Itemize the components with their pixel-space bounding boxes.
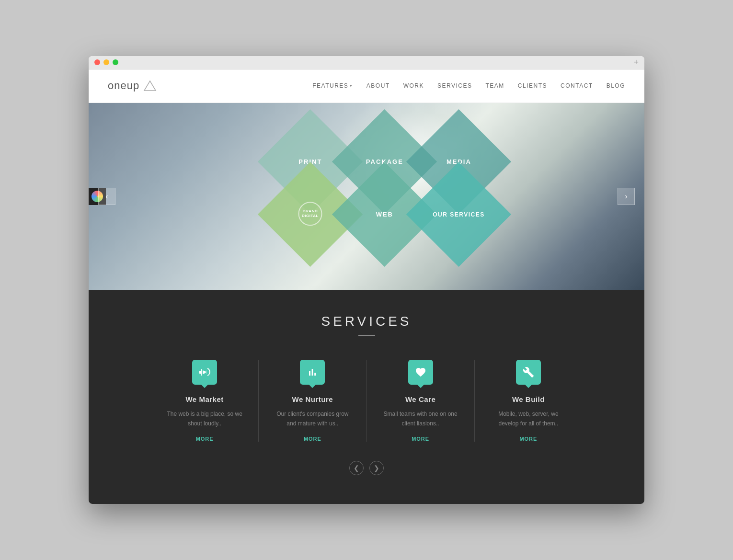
nav-item-features[interactable]: FEATURES ▾ <box>312 82 353 89</box>
service-more-market[interactable]: MORE <box>165 436 244 442</box>
service-desc-market: The web is a big place, so we shout loud… <box>165 409 244 429</box>
services-title: SERVICES <box>108 314 625 329</box>
service-item-market: We Market The web is a big place, so we … <box>151 360 259 442</box>
website-content: oneup FEATURES ▾ ABOUT WORK SERVICES TEA… <box>89 69 644 504</box>
mac-maximize-button[interactable] <box>113 59 118 65</box>
service-more-nurture[interactable]: MORE <box>273 436 352 442</box>
service-icon-megaphone <box>192 360 217 385</box>
services-carousel-nav: ❮ ❯ <box>108 461 625 475</box>
logo-text: oneup <box>108 80 139 92</box>
diamond-services-label: OUR SERVICES <box>425 211 492 217</box>
carousel-next-button[interactable]: › <box>618 188 635 205</box>
service-icon-heart <box>408 360 433 385</box>
service-name-market: We Market <box>165 395 244 403</box>
nav-item-about[interactable]: ABOUT <box>366 82 390 89</box>
megaphone-icon <box>199 366 210 378</box>
service-name-care: We Care <box>381 395 460 403</box>
diamond-grid: PRINT PACKAGE MEDIA <box>232 120 501 273</box>
brand-circle: BRANDDIGITAL <box>298 201 322 225</box>
nav-item-team[interactable]: TEAM <box>486 82 504 89</box>
site-nav: FEATURES ▾ ABOUT WORK SERVICES TEAM CLIE… <box>312 82 625 89</box>
service-item-care: We Care Small teams with one on one clie… <box>367 360 475 442</box>
services-section: SERVICES We Market The web is a big plac… <box>89 290 644 504</box>
logo[interactable]: oneup <box>108 80 157 92</box>
chart-icon <box>307 366 318 378</box>
hero-section: ‹ › PRINT PACKAGE <box>89 103 644 290</box>
features-dropdown-arrow: ▾ <box>350 83 353 88</box>
service-name-nurture: We Nurture <box>273 395 352 403</box>
service-icon-chart <box>300 360 325 385</box>
services-grid: We Market The web is a big place, so we … <box>151 360 582 442</box>
service-icon-wrench <box>516 360 541 385</box>
services-prev-button[interactable]: ❮ <box>349 461 364 475</box>
services-divider <box>358 335 375 336</box>
nav-item-work[interactable]: WORK <box>403 82 424 89</box>
service-desc-build: Mobile, web, server, we develop for all … <box>489 409 568 429</box>
nav-item-contact[interactable]: CONTACT <box>561 82 593 89</box>
nav-item-services[interactable]: SERVICES <box>437 82 472 89</box>
nav-item-blog[interactable]: BLOG <box>607 82 625 89</box>
service-item-nurture: We Nurture Our client's companies grow a… <box>259 360 366 442</box>
mac-new-tab-button[interactable]: + <box>633 58 639 67</box>
mac-minimize-button[interactable] <box>103 59 109 65</box>
mac-close-button[interactable] <box>94 59 100 65</box>
services-next-button[interactable]: ❯ <box>369 461 384 475</box>
site-header: oneup FEATURES ▾ ABOUT WORK SERVICES TEA… <box>89 69 644 103</box>
mac-titlebar: + <box>89 56 644 69</box>
service-desc-nurture: Our client's companies grow and mature w… <box>273 409 352 429</box>
logo-triangle-icon <box>143 80 157 91</box>
wrench-icon <box>523 366 534 378</box>
service-item-build: We Build Mobile, web, server, we develop… <box>475 360 582 442</box>
svg-marker-0 <box>144 81 156 91</box>
heart-icon <box>415 366 426 378</box>
service-name-build: We Build <box>489 395 568 403</box>
mac-window: + oneup FEATURES ▾ ABOUT WORK SERVICES T… <box>89 56 644 504</box>
nav-item-clients[interactable]: CLIENTS <box>518 82 547 89</box>
service-more-care[interactable]: MORE <box>381 436 460 442</box>
carousel-prev-button[interactable]: ‹ <box>98 188 115 205</box>
mac-window-buttons <box>94 59 118 65</box>
service-more-build[interactable]: MORE <box>489 436 568 442</box>
service-desc-care: Small teams with one on one client liasi… <box>381 409 460 429</box>
